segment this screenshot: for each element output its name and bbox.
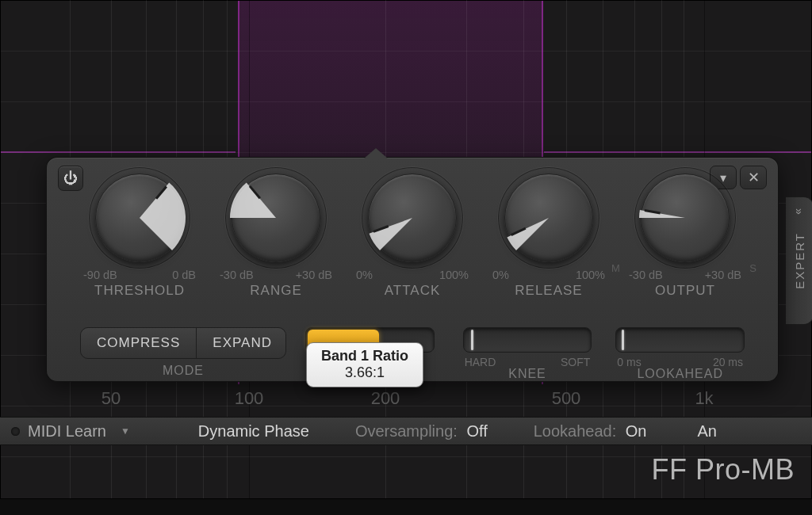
lookahead-label: LOOKAHEAD xyxy=(615,367,745,381)
range-max: +30 dB xyxy=(296,269,332,281)
mode-segmented: COMPRESS EXPAND xyxy=(80,327,286,359)
knee-min: HARD xyxy=(465,356,496,368)
output-label: OUTPUT xyxy=(626,283,745,299)
attack-label: ATTACK xyxy=(353,283,472,299)
knee-max: SOFT xyxy=(561,356,590,368)
knee-label: KNEE xyxy=(463,367,592,381)
lookahead-toggle[interactable]: Lookahead: On xyxy=(534,422,647,441)
freq-tick: 500 xyxy=(552,388,581,409)
freq-tick: 200 xyxy=(371,388,400,409)
panel-arrow-icon xyxy=(364,148,388,158)
range-knob-col: -30 dB+30 dBRANGE xyxy=(216,174,335,316)
output-max: +30 dB xyxy=(705,269,741,281)
chevron-right-icon: » xyxy=(793,198,806,225)
output-min: -30 dB xyxy=(629,269,663,281)
output-knob-col: -30 dB+30 dBOUTPUTMS xyxy=(626,174,745,316)
midi-learn-label: MIDI Learn xyxy=(28,422,106,441)
attack-min: 0% xyxy=(356,269,373,281)
range-label: RANGE xyxy=(216,283,335,299)
freq-tick: 50 xyxy=(102,388,121,409)
bottom-strip xyxy=(0,498,812,515)
attack-max: 100% xyxy=(439,269,469,281)
compress-button[interactable]: COMPRESS xyxy=(81,328,197,358)
lookahead-thumb xyxy=(622,330,624,350)
freq-tick: 100 xyxy=(235,388,264,409)
status-bar: MIDI Learn ▼ Dynamic Phase Oversampling:… xyxy=(0,417,812,445)
chevron-down-icon: ▼ xyxy=(121,425,130,437)
release-min: 0% xyxy=(492,269,509,281)
knob-row: -90 dB0 dBTHRESHOLD-30 dB+30 dBRANGE0%10… xyxy=(80,174,745,316)
knob-fill-arc xyxy=(638,170,733,265)
release-max: 100% xyxy=(576,269,605,281)
attack-knob-col: 0%100%ATTACK xyxy=(353,174,472,316)
oversampling-menu[interactable]: Oversampling: Off xyxy=(355,422,488,441)
knee-thumb xyxy=(471,330,473,350)
release-knob-col: 0%100%RELEASE xyxy=(489,174,608,316)
knob-fill-arc xyxy=(501,170,596,265)
tooltip: Band 1 Ratio 3.66:1 xyxy=(306,342,423,387)
range-min: -30 dB xyxy=(220,269,254,281)
frequency-axis: 501002005001k2k xyxy=(0,388,812,412)
phase-mode-menu[interactable]: Dynamic Phase xyxy=(193,422,309,441)
freq-tick: 1k xyxy=(695,388,713,409)
midi-learn-menu[interactable]: MIDI Learn ▼ xyxy=(28,422,130,441)
status-extra[interactable]: An xyxy=(693,422,717,441)
tooltip-title: Band 1 Ratio xyxy=(321,348,408,364)
tooltip-value: 3.66:1 xyxy=(321,364,408,381)
knob-fill-arc xyxy=(365,170,460,265)
attack-knob[interactable] xyxy=(368,174,457,262)
side-button[interactable]: S xyxy=(749,262,756,274)
power-icon: ⏻ xyxy=(63,170,78,187)
output-knob[interactable] xyxy=(641,174,730,262)
expert-label: EXPERT xyxy=(793,232,806,289)
threshold-label: THRESHOLD xyxy=(80,283,199,299)
midi-led-icon xyxy=(11,427,20,436)
threshold-knob-col: -90 dB0 dBTHRESHOLD xyxy=(80,174,199,316)
mode-label: MODE xyxy=(80,364,286,378)
knee-slider[interactable] xyxy=(463,327,592,353)
threshold-min: -90 dB xyxy=(83,269,117,281)
threshold-max: 0 dB xyxy=(172,269,196,281)
expand-button[interactable]: EXPAND xyxy=(197,328,286,358)
product-name: FF Pro-MB xyxy=(652,453,795,486)
release-knob[interactable] xyxy=(504,174,593,262)
knob-fill-arc xyxy=(92,170,187,265)
range-knob[interactable] xyxy=(232,174,320,262)
close-icon: ✕ xyxy=(748,169,760,186)
release-label: RELEASE xyxy=(489,283,608,299)
expert-panel-toggle[interactable]: » EXPERT xyxy=(786,196,812,325)
knob-fill-arc xyxy=(228,170,324,265)
mid-button[interactable]: M xyxy=(611,262,620,274)
threshold-knob[interactable] xyxy=(95,174,184,262)
lookahead-slider[interactable] xyxy=(615,327,745,353)
